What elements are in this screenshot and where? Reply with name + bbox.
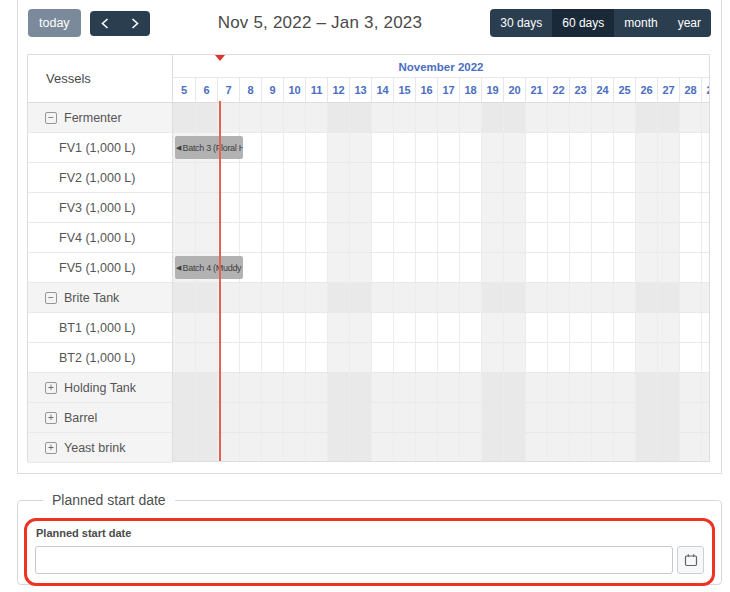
day-header-13: 13 <box>349 78 371 102</box>
month-header: November 2022 <box>173 55 709 78</box>
day-cell <box>261 313 283 342</box>
day-cell <box>525 403 547 432</box>
day-cell <box>327 343 349 372</box>
day-header-29: 29 <box>701 78 709 102</box>
day-cell <box>525 373 547 402</box>
day-cell <box>701 103 709 132</box>
day-cell <box>283 343 305 372</box>
day-cell <box>305 103 327 132</box>
day-cell <box>613 253 635 282</box>
day-cell <box>393 283 415 312</box>
highlight-ring: Planned start date <box>24 518 715 586</box>
day-cell <box>415 283 437 312</box>
timeline-row-fv1-1-000-l: ◀Batch 3 (Floral H <box>173 133 709 163</box>
day-cell <box>459 133 481 162</box>
group-row-yeast-brink[interactable]: +Yeast brink <box>28 433 172 463</box>
day-header-28: 28 <box>679 78 701 102</box>
day-cell <box>569 283 591 312</box>
day-cell <box>239 163 261 192</box>
day-cell <box>327 283 349 312</box>
expand-icon[interactable]: + <box>45 382 57 394</box>
day-cell <box>415 193 437 222</box>
day-cell <box>591 253 613 282</box>
day-cell <box>371 253 393 282</box>
day-cell <box>283 283 305 312</box>
view-switcher: 30 days60 daysmonthyear <box>490 9 711 37</box>
day-cell <box>613 403 635 432</box>
row-label: Holding Tank <box>64 381 136 395</box>
day-cell <box>349 403 371 432</box>
calendar-picker-button[interactable] <box>677 546 704 574</box>
batch-bar-label: Batch 4 (Muddy <box>182 263 241 273</box>
date-range-title: Nov 5, 2022 – Jan 3, 2023 <box>150 13 491 33</box>
day-cell <box>261 373 283 402</box>
day-cell <box>261 133 283 162</box>
day-cell <box>613 133 635 162</box>
vessel-row-fv5-1-000-l: FV5 (1,000 L) <box>28 253 172 283</box>
day-cell <box>503 283 525 312</box>
view-button-60-days[interactable]: 60 days <box>552 9 614 37</box>
day-cell <box>459 373 481 402</box>
expand-icon[interactable]: + <box>45 442 57 454</box>
expand-icon[interactable]: + <box>45 412 57 424</box>
day-cell <box>283 253 305 282</box>
day-cell <box>437 343 459 372</box>
day-cell <box>349 253 371 282</box>
day-cell <box>613 313 635 342</box>
day-header-19: 19 <box>481 78 503 102</box>
group-row-fermenter[interactable]: −Fermenter <box>28 103 172 133</box>
day-cell <box>459 343 481 372</box>
group-row-holding-tank[interactable]: +Holding Tank <box>28 373 172 403</box>
collapse-icon[interactable]: − <box>45 292 57 304</box>
day-header-23: 23 <box>569 78 591 102</box>
day-cell <box>415 253 437 282</box>
day-cell <box>261 223 283 252</box>
day-cell <box>547 223 569 252</box>
day-cell <box>349 133 371 162</box>
day-cell <box>635 133 657 162</box>
day-cell <box>261 193 283 222</box>
day-cell <box>503 433 525 461</box>
day-cell <box>481 133 503 162</box>
day-cell <box>173 103 195 132</box>
prev-button[interactable] <box>90 11 120 36</box>
day-cell <box>371 163 393 192</box>
batch-bar-batch-3-floral-h[interactable]: ◀Batch 3 (Floral H <box>175 136 243 159</box>
day-cell <box>525 103 547 132</box>
day-cell <box>613 433 635 461</box>
planned-start-date-input[interactable] <box>35 546 673 574</box>
day-cell <box>283 103 305 132</box>
next-button[interactable] <box>120 11 150 36</box>
day-cell <box>503 193 525 222</box>
day-cell <box>701 133 709 162</box>
day-cell <box>459 403 481 432</box>
collapse-icon[interactable]: − <box>45 112 57 124</box>
day-header-16: 16 <box>415 78 437 102</box>
day-cell <box>437 163 459 192</box>
day-cell <box>701 343 709 372</box>
day-cell <box>591 433 613 461</box>
timeline-row-fv3-1-000-l <box>173 193 709 223</box>
day-cell <box>415 313 437 342</box>
day-cell <box>635 373 657 402</box>
day-cell <box>195 163 217 192</box>
day-cell <box>371 343 393 372</box>
view-button-month[interactable]: month <box>614 9 667 37</box>
day-cell <box>657 343 679 372</box>
view-button-30-days[interactable]: 30 days <box>490 9 552 37</box>
day-cell <box>547 403 569 432</box>
day-cell <box>239 373 261 402</box>
today-button[interactable]: today <box>28 9 81 37</box>
row-label: BT2 (1,000 L) <box>59 351 135 365</box>
day-cell <box>481 223 503 252</box>
view-button-year[interactable]: year <box>668 9 711 37</box>
vessel-row-bt2-1-000-l: BT2 (1,000 L) <box>28 343 172 373</box>
day-cell <box>173 433 195 461</box>
group-row-brite-tank[interactable]: −Brite Tank <box>28 283 172 313</box>
day-cell <box>195 103 217 132</box>
day-cell <box>415 343 437 372</box>
group-row-barrel[interactable]: +Barrel <box>28 403 172 433</box>
row-label: FV1 (1,000 L) <box>59 141 135 155</box>
day-cell <box>481 283 503 312</box>
batch-bar-batch-4-muddy[interactable]: ◀Batch 4 (Muddy <box>175 256 243 279</box>
